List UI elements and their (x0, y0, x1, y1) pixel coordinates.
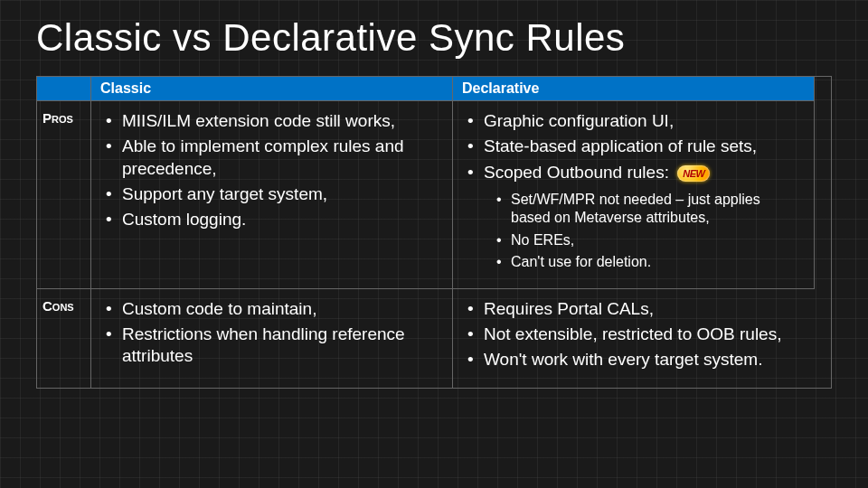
header-classic: Classic (91, 77, 453, 100)
row-label-cons: Cons (37, 288, 91, 388)
slide: Classic vs Declarative Sync Rules Classi… (0, 0, 868, 389)
list-item: Not extensible, restricted to OOB rules, (467, 324, 800, 345)
list-cons-classic: Custom code to maintain, Restrictions wh… (106, 298, 438, 368)
list-item: Can't use for deletion. (496, 253, 799, 271)
row-label-pros: Pros (37, 100, 91, 288)
list-item: Custom code to maintain, (106, 298, 438, 320)
cell-pros-declarative: Graphic configuration UI, State-based ap… (453, 100, 815, 288)
cell-cons-declarative: Requires Portal CALs, Not extensible, re… (453, 288, 815, 388)
list-item: Support any target system, (106, 183, 438, 205)
list-item: Requires Portal CALs, (467, 298, 800, 320)
list-item: No EREs, (496, 231, 799, 249)
list-item: State-based application of rule sets, (467, 136, 799, 157)
list-pros-classic: MIIS/ILM extension code still works, Abl… (106, 110, 438, 231)
list-pros-declarative: Graphic configuration UI, State-based ap… (467, 110, 799, 272)
new-badge-icon: NEW (677, 165, 710, 182)
comparison-table: Classic Declarative Pros MIIS/ILM extens… (36, 76, 832, 389)
list-item: Set/WF/MPR not needed – just applies bas… (496, 191, 799, 228)
scoped-text: Scoped Outbound rules: (484, 163, 669, 182)
list-item: Graphic configuration UI, (467, 110, 799, 132)
list-item: Won't work with every target system. (467, 349, 800, 371)
sublist-scoped: Set/WF/MPR not needed – just applies bas… (496, 191, 799, 272)
cell-cons-classic: Custom code to maintain, Restrictions wh… (91, 288, 453, 388)
slide-title: Classic vs Declarative Sync Rules (36, 16, 832, 60)
list-item-scoped: Scoped Outbound rules: NEW Set/WF/MPR no… (467, 162, 799, 272)
cell-pros-classic: MIIS/ILM extension code still works, Abl… (91, 100, 453, 288)
header-declarative: Declarative (453, 77, 815, 100)
list-item: Restrictions when handling reference att… (106, 324, 438, 368)
list-item: Able to implement complex rules and prec… (106, 136, 438, 180)
list-item: Custom logging. (106, 209, 438, 230)
list-item: MIIS/ILM extension code still works, (106, 110, 438, 132)
list-cons-declarative: Requires Portal CALs, Not extensible, re… (467, 298, 800, 371)
header-blank (37, 77, 91, 100)
